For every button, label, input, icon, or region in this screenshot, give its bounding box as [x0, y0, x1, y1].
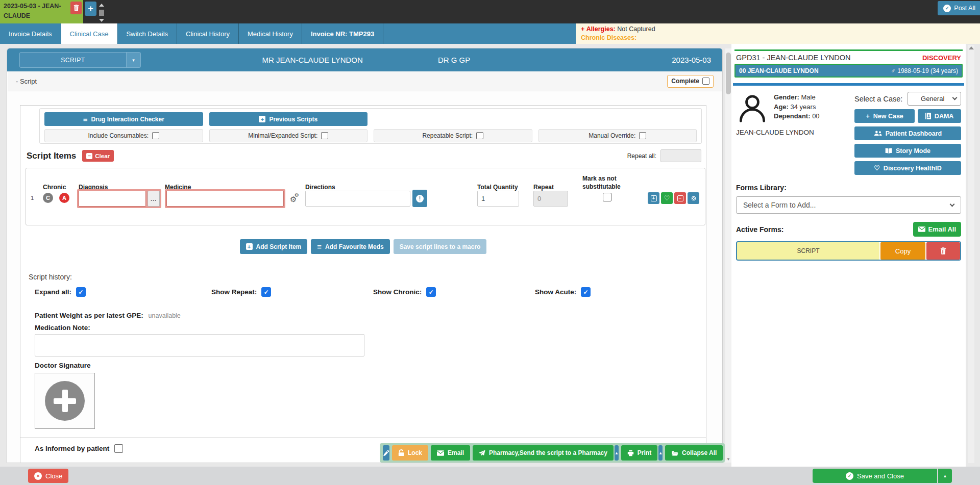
show-repeat-checkbox[interactable]: ✓ [261, 287, 271, 297]
scroll-up-icon[interactable] [99, 4, 104, 7]
repeatable-script-checkbox[interactable] [476, 132, 483, 139]
delete-case-tab-button[interactable] [70, 2, 82, 14]
row-favourite-button[interactable]: ♡ [661, 192, 673, 204]
main-scrollbar[interactable]: ▼ [725, 48, 731, 463]
edit-button[interactable] [383, 445, 389, 461]
add-script-item-button[interactable]: + Add Script Item [240, 239, 308, 254]
repeat-input[interactable] [533, 191, 568, 207]
row-compress-button[interactable] [688, 192, 699, 204]
informed-by-patient-row[interactable]: As informed by patient [35, 444, 123, 453]
post-all-button[interactable]: ✓ Post All [938, 1, 980, 15]
add-signature-icon[interactable] [45, 381, 85, 421]
col-directions: Directions [305, 184, 335, 191]
chevron-down-icon [952, 95, 958, 100]
form-type-select[interactable]: SCRIPT ▾ [19, 52, 141, 68]
delete-form-button[interactable] [926, 242, 960, 260]
directions-info-button[interactable]: ! [412, 190, 427, 207]
show-chronic-filter[interactable]: Show Chronic: ✓ [373, 287, 436, 297]
save-macro-button[interactable]: Save script lines to a macro [394, 239, 487, 254]
expand-all-checkbox[interactable]: ✓ [76, 287, 86, 297]
tab-bar: Invoice Details Clinical Case Switch Det… [0, 23, 576, 44]
copy-form-button[interactable]: Copy [880, 242, 925, 260]
scroll-thumb[interactable] [99, 10, 104, 16]
scrollbar-thumb[interactable] [726, 53, 731, 94]
diagnosis-input[interactable] [79, 191, 146, 207]
print-dropdown-button[interactable]: ▲ [658, 445, 663, 461]
scroll-up-icon[interactable] [969, 46, 974, 49]
forms-library-select[interactable]: Select a Form to Add... [736, 196, 961, 214]
not-substitutable-checkbox[interactable] [603, 193, 611, 201]
expand-all-filter[interactable]: Expand all: ✓ [35, 287, 86, 297]
sidebar-scrollbar[interactable] [968, 45, 974, 463]
directions-input[interactable] [305, 191, 410, 207]
show-acute-checkbox[interactable]: ✓ [581, 287, 591, 297]
add-case-tab-button[interactable]: + [85, 2, 96, 16]
include-consumables-checkbox[interactable] [152, 132, 159, 139]
previous-scripts-button[interactable]: + Previous Scripts [209, 112, 368, 126]
minimal-expanded-script-toggle[interactable]: Minimal/Expanded Script: [209, 129, 368, 142]
medication-note-input[interactable] [35, 334, 364, 356]
plus-square-icon: + [259, 116, 265, 122]
tab-invoice-details[interactable]: Invoice Details [0, 23, 61, 44]
repeat-all-input[interactable] [660, 149, 701, 162]
script-section-title: - Script [16, 78, 37, 85]
scroll-down-icon[interactable]: ▼ [725, 457, 731, 462]
informed-by-patient-checkbox[interactable] [114, 444, 123, 453]
tab-clinical-case[interactable]: Clinical Case [61, 23, 118, 44]
complete-toggle[interactable]: Complete [667, 75, 714, 88]
pharmacy-send-button[interactable]: Pharmacy,Send the script to a Pharmacy [473, 445, 614, 461]
tab-switch-details[interactable]: Switch Details [117, 23, 177, 44]
diagnosis-lookup-button[interactable]: ... [148, 191, 160, 207]
tab-scroller[interactable] [99, 4, 105, 22]
drug-interaction-checker-button[interactable]: ≡ Drug Interaction Checker [44, 112, 203, 126]
minimal-expanded-checkbox[interactable] [321, 132, 328, 139]
close-button[interactable]: ✕ Close [28, 469, 68, 483]
complete-checkbox[interactable] [702, 78, 709, 85]
doctor-signature-label: Doctor Signature [35, 362, 91, 369]
new-case-button[interactable]: + New Case [854, 109, 915, 123]
total-quantity-input[interactable] [477, 191, 519, 207]
member-bar[interactable]: 00 JEAN-CLAUDE LYNDON ♂ 1988-05-19 (34 y… [734, 64, 963, 78]
case-tab[interactable]: 2023-05-03 - JEAN-CLAUDE [0, 0, 83, 23]
clear-script-items-button[interactable]: − Clear [82, 150, 114, 162]
manual-override-checkbox[interactable] [639, 132, 646, 139]
case-select[interactable]: General [908, 92, 961, 106]
pharmacy-dropdown-button[interactable]: ▲ [615, 445, 619, 461]
repeatable-script-toggle[interactable]: Repeatable Script: [374, 129, 532, 142]
include-consumables-toggle[interactable]: Include Consumables: [44, 129, 203, 142]
save-options-dropdown-button[interactable]: ▲ [938, 469, 952, 483]
chevron-down-icon[interactable]: ▾ [126, 53, 140, 67]
add-favourite-meds-button[interactable]: ≡ Add Favourite Meds [311, 239, 389, 254]
show-acute-filter[interactable]: Show Acute: ✓ [535, 287, 591, 297]
medicine-input[interactable] [166, 191, 284, 207]
lock-button[interactable]: Lock [392, 445, 428, 461]
settings-gears-icon[interactable]: ⚙⚙ [290, 195, 297, 204]
diagnosis-field-group: ... [77, 189, 161, 208]
active-form-script[interactable]: SCRIPT [737, 242, 879, 260]
row-remove-button[interactable]: − [674, 192, 686, 204]
email-button[interactable]: Email [431, 445, 470, 461]
col-total-quantity: Total Quantity [477, 184, 518, 191]
save-and-close-button[interactable]: ✓ Save and Close [813, 469, 937, 483]
acute-badge[interactable]: A [59, 193, 69, 203]
patient-weight-value: unavailable [149, 312, 181, 319]
patient-dashboard-button[interactable]: Patient Dashboard [854, 126, 961, 140]
check-circle-icon: ✓ [943, 5, 951, 12]
discovery-healthid-button[interactable]: ♡ Discovery HealthID [854, 161, 961, 175]
doctor-signature-box[interactable] [35, 373, 95, 429]
dama-button[interactable]: DAMA [918, 109, 961, 123]
print-button[interactable]: Print [621, 445, 657, 461]
allergies-panel: + Allergies: Not Captured Chronic Diseas… [576, 23, 980, 44]
script-section-bar[interactable]: - Script Complete [8, 71, 722, 91]
tab-medical-history[interactable]: Medical History [239, 23, 302, 44]
email-all-button[interactable]: Email All [913, 222, 961, 237]
story-mode-button[interactable]: Story Mode [854, 144, 961, 158]
manual-override-toggle[interactable]: Manual Override: [538, 129, 697, 142]
tab-clinical-history[interactable]: Clinical History [177, 23, 239, 44]
show-repeat-filter[interactable]: Show Repeat: ✓ [211, 287, 271, 297]
scroll-down-icon[interactable] [99, 19, 104, 22]
collapse-all-button[interactable]: Collapse All [665, 445, 723, 461]
show-chronic-checkbox[interactable]: ✓ [426, 287, 436, 297]
chronic-badge[interactable]: C [43, 193, 53, 203]
row-add-button[interactable]: + [648, 192, 659, 204]
